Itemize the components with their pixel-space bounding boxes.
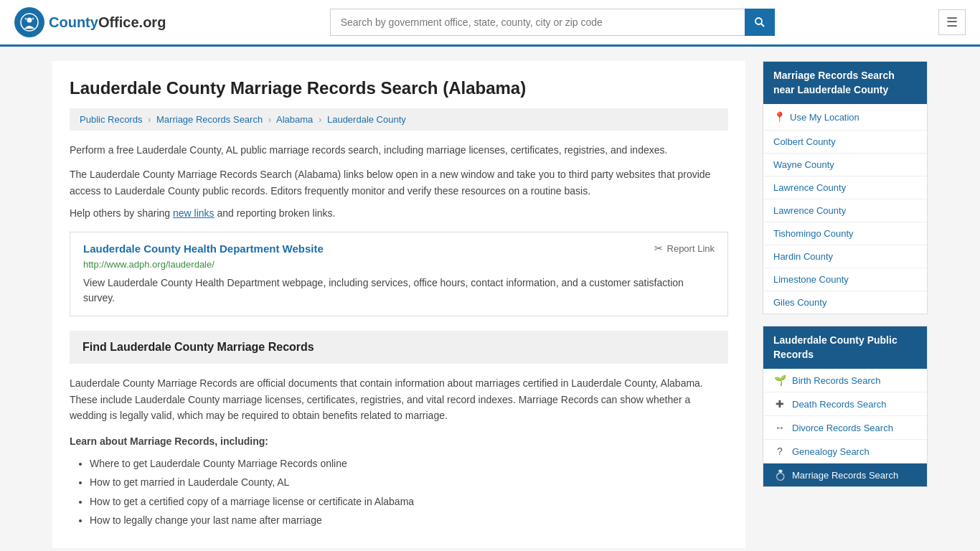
nearby-county-3: Lawrence County xyxy=(763,176,927,199)
marriage-records-link[interactable]: Marriage Records Search xyxy=(792,470,898,481)
logo-area: CountyOffice.org xyxy=(14,7,166,37)
resource-url: http://www.adph.org/lauderdale/ xyxy=(83,259,715,270)
description-1: Perform a free Lauderdale County, AL pub… xyxy=(70,142,728,158)
report-link[interactable]: ✂ Report Link xyxy=(654,242,715,254)
genealogy-link[interactable]: Genealogy Search xyxy=(792,446,870,457)
search-area xyxy=(330,9,775,36)
resource-title: Lauderdale County Health Department Webs… xyxy=(83,242,324,255)
nearby-county-8: Giles County xyxy=(763,291,927,314)
svg-point-3 xyxy=(32,18,34,20)
svg-point-4 xyxy=(755,18,762,24)
public-records-section: Lauderdale County Public Records 🌱 Birth… xyxy=(763,326,928,487)
nearby-county-7: Limestone County xyxy=(763,268,927,291)
breadcrumb-lauderdale-county[interactable]: Lauderdale County xyxy=(327,114,406,125)
page-title: Lauderdale County Marriage Records Searc… xyxy=(70,78,728,98)
breadcrumb-alabama[interactable]: Alabama xyxy=(276,114,313,125)
search-input[interactable] xyxy=(330,9,745,36)
new-links[interactable]: new links xyxy=(173,207,215,219)
pin-icon: 📍 xyxy=(773,111,786,123)
logo-text: CountyOffice.org xyxy=(49,14,166,31)
divorce-icon: ↔ xyxy=(773,422,786,433)
pub-records-death: ✚ Death Records Search xyxy=(763,392,927,416)
pub-records-marriage: 💍 Marriage Records Search xyxy=(763,463,927,486)
svg-point-2 xyxy=(25,18,27,20)
section-body: Lauderdale County Marriage Records are o… xyxy=(70,375,728,528)
list-item: How to get a certified copy of a marriag… xyxy=(90,494,728,509)
resource-desc: View Lauderdale County Health Department… xyxy=(83,276,715,306)
nearby-county-link-3[interactable]: Lawrence County xyxy=(773,182,846,193)
breadcrumb-marriage-records-search[interactable]: Marriage Records Search xyxy=(156,114,263,125)
marriage-icon: 💍 xyxy=(773,469,786,481)
help-text: Help others by sharing new links and rep… xyxy=(70,207,728,219)
header: CountyOffice.org ☰ xyxy=(0,0,980,47)
nearby-county-1: Colbert County xyxy=(763,131,927,154)
nearby-section: Marriage Records Search near Lauderdale … xyxy=(763,61,928,314)
nearby-county-link-2[interactable]: Wayne County xyxy=(773,159,834,170)
nearby-county-2: Wayne County xyxy=(763,154,927,176)
logo-icon xyxy=(14,7,44,37)
main-content: Lauderdale County Marriage Records Searc… xyxy=(52,61,745,548)
description-2: The Lauderdale County Marriage Records S… xyxy=(70,166,728,199)
death-records-link[interactable]: Death Records Search xyxy=(792,399,887,410)
nearby-county-link-7[interactable]: Limestone County xyxy=(773,274,849,285)
learn-title: Learn about Marriage Records, including: xyxy=(70,433,728,449)
find-section: Find Lauderdale County Marriage Records xyxy=(70,331,728,364)
breadcrumb-public-records[interactable]: Public Records xyxy=(80,114,142,125)
nearby-county-link-8[interactable]: Giles County xyxy=(773,297,826,308)
birth-icon: 🌱 xyxy=(773,375,786,386)
resource-card: Lauderdale County Health Department Webs… xyxy=(70,232,728,316)
birth-records-link[interactable]: Birth Records Search xyxy=(792,375,881,386)
list-item: How to legally change your last name aft… xyxy=(90,512,728,528)
nearby-title: Marriage Records Search near Lauderdale … xyxy=(763,62,927,104)
list-item: How to get married in Lauderdale County,… xyxy=(90,474,728,490)
death-icon: ✚ xyxy=(773,398,786,410)
pub-records-divorce: ↔ Divorce Records Search xyxy=(763,416,927,440)
public-records-title: Lauderdale County Public Records xyxy=(763,326,927,369)
pub-records-genealogy: ? Genealogy Search xyxy=(763,440,927,463)
report-icon: ✂ xyxy=(654,242,663,254)
sidebar: Marriage Records Search near Lauderdale … xyxy=(763,61,928,548)
use-location[interactable]: 📍 Use My Location xyxy=(763,104,927,131)
breadcrumb: Public Records › Marriage Records Search… xyxy=(70,108,728,131)
divorce-records-link[interactable]: Divorce Records Search xyxy=(792,423,893,433)
learn-list: Where to get Lauderdale County Marriage … xyxy=(70,456,728,529)
nearby-county-link-6[interactable]: Hardin County xyxy=(773,251,833,262)
nearby-county-5: Tishomingo County xyxy=(763,222,927,245)
nearby-county-6: Hardin County xyxy=(763,245,927,268)
page-container: Lauderdale County Marriage Records Searc… xyxy=(38,47,942,551)
nearby-county-link-5[interactable]: Tishomingo County xyxy=(773,228,854,239)
pub-records-birth: 🌱 Birth Records Search xyxy=(763,369,927,392)
nearby-county-link-4[interactable]: Lawrence County xyxy=(773,205,846,216)
nearby-county-4: Lawrence County xyxy=(763,199,927,222)
svg-line-5 xyxy=(761,24,764,27)
search-button[interactable] xyxy=(745,9,775,36)
svg-point-1 xyxy=(27,18,32,23)
find-title: Find Lauderdale County Marriage Records xyxy=(83,341,715,354)
genealogy-icon: ? xyxy=(773,446,786,457)
resource-card-header: Lauderdale County Health Department Webs… xyxy=(83,242,715,255)
list-item: Where to get Lauderdale County Marriage … xyxy=(90,456,728,471)
nearby-county-link-1[interactable]: Colbert County xyxy=(773,136,836,147)
menu-button[interactable]: ☰ xyxy=(938,9,966,35)
find-body: Lauderdale County Marriage Records are o… xyxy=(70,375,728,423)
resource-link[interactable]: Lauderdale County Health Department Webs… xyxy=(83,242,324,255)
